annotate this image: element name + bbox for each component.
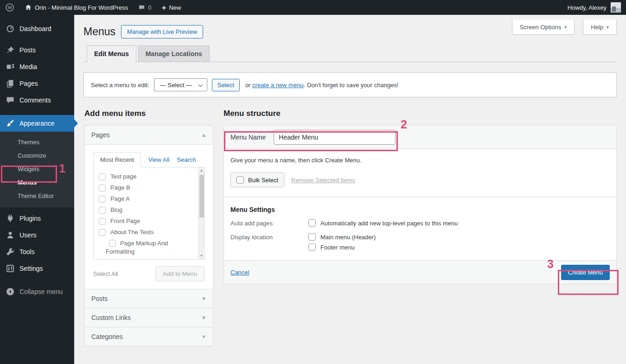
wrench-icon (6, 247, 15, 256)
custom-links-panel-header[interactable]: Custom Links ▼ (85, 308, 213, 327)
page-checkbox-item[interactable]: Front Page (94, 216, 204, 227)
checkbox[interactable] (99, 196, 106, 203)
manage-live-preview-button[interactable]: Manage with Live Preview (121, 25, 203, 38)
sidebar-item-media[interactable]: Media (0, 58, 74, 75)
admin-bar: W Orin - Minimal Blog For WordPress 0 + … (0, 0, 626, 15)
tab-manage-locations[interactable]: Manage Locations (138, 45, 210, 62)
collapse-menu-button[interactable]: Collapse menu (0, 283, 74, 300)
posts-panel-header[interactable]: Posts ▼ (85, 289, 213, 308)
cancel-link[interactable]: Cancel (230, 269, 249, 276)
submenu-item-themes[interactable]: Themes (0, 135, 74, 149)
comments-icon (6, 96, 15, 105)
chevron-down-icon: ▾ (564, 25, 567, 30)
page-checkbox-item[interactable]: Test page (94, 171, 204, 182)
site-name: Orin - Minimal Blog For WordPress (35, 4, 128, 11)
submenu-item-theme-editor[interactable]: Theme Editor (0, 189, 74, 203)
main-menu-checkbox[interactable] (308, 233, 316, 241)
chevron-down-icon: ▾ (607, 25, 609, 30)
paintbrush-icon (6, 119, 15, 128)
auto-add-pages-option[interactable]: Automatically add new top-level pages to… (308, 219, 458, 227)
create-new-menu-link[interactable]: create a new menu (252, 82, 304, 89)
svg-text:W: W (8, 5, 12, 10)
site-link[interactable]: Orin - Minimal Blog For WordPress (19, 0, 133, 15)
create-menu-button[interactable]: Create Menu (561, 265, 610, 280)
settings-icon (6, 264, 15, 273)
admin-sidebar: Dashboard Posts Media Pages Comments App… (0, 15, 74, 364)
auto-add-pages-label: Auto add pages (230, 219, 308, 227)
submenu-item-widgets[interactable]: Widgets (0, 162, 74, 176)
plugins-icon (6, 214, 15, 223)
page-checkbox-item-nested[interactable]: Page Markup And Formatting (94, 238, 204, 257)
menu-select-dropdown[interactable]: — Select — (154, 78, 207, 91)
categories-panel-header[interactable]: Categories ▼ (85, 327, 213, 346)
select-all-link[interactable]: Select All (93, 270, 118, 277)
select-button[interactable]: Select (212, 79, 240, 91)
pages-icon (6, 79, 15, 88)
page-checkbox-item[interactable]: Blog (94, 204, 204, 216)
chevron-up-icon: ▲ (201, 132, 206, 138)
avatar[interactable] (610, 2, 621, 13)
display-location-main-menu[interactable]: Main menu (Header) (308, 233, 376, 241)
sidebar-item-dashboard[interactable]: Dashboard (0, 20, 74, 37)
page-checkbox-item[interactable]: Page B (94, 182, 204, 193)
menu-name-label: Menu Name (230, 134, 266, 141)
submenu-item-customize[interactable]: Customize (0, 149, 74, 162)
tab-view-all[interactable]: View All (148, 156, 169, 163)
tab-search[interactable]: Search (177, 156, 196, 163)
checkbox[interactable] (99, 173, 106, 180)
chevron-down-icon: ▼ (201, 296, 206, 301)
sidebar-item-settings[interactable]: Settings (0, 260, 74, 277)
sidebar-item-tools[interactable]: Tools (0, 243, 74, 260)
checkbox[interactable] (99, 218, 106, 225)
display-location-footer-menu[interactable]: Footer menu (308, 243, 376, 251)
checkbox[interactable] (99, 229, 106, 236)
bulk-select-toggle[interactable]: Bulk Select (230, 172, 284, 187)
sidebar-item-plugins[interactable]: Plugins (0, 210, 74, 227)
bulk-select-checkbox[interactable] (236, 176, 244, 184)
select-menu-label: Select a menu to edit: (91, 82, 149, 89)
menu-name-row: Menu Name (224, 126, 616, 149)
pin-icon (6, 45, 15, 55)
scroll-down-icon[interactable]: ▼ (198, 253, 204, 259)
sidebar-item-appearance[interactable]: Appearance (0, 115, 74, 132)
sidebar-item-users[interactable]: Users (0, 227, 74, 243)
select-menu-bar: Select a menu to edit: — Select — Select… (83, 72, 617, 97)
scrollbar-thumb[interactable] (199, 175, 204, 217)
display-location-label: Display location (230, 233, 308, 241)
page-checkbox-item[interactable]: Page A (94, 193, 204, 204)
sidebar-item-comments[interactable]: Comments (0, 92, 74, 109)
divider (224, 197, 616, 197)
wordpress-logo-icon[interactable]: W (0, 0, 19, 15)
scroll-up-icon[interactable]: ▲ (198, 167, 204, 174)
auto-add-pages-checkbox[interactable] (308, 219, 316, 227)
structure-card-footer: Cancel Create Menu (224, 260, 616, 284)
footer-menu-checkbox[interactable] (308, 243, 316, 251)
checkbox[interactable] (109, 240, 116, 247)
menu-name-input[interactable] (274, 130, 396, 145)
menu-structure-heading: Menu structure (224, 109, 617, 118)
new-button[interactable]: + New (157, 0, 186, 15)
or-create-text: or create a new menu. Don't forget to sa… (245, 82, 399, 89)
plus-icon: + (162, 4, 166, 12)
checkbox[interactable] (99, 185, 106, 192)
page-title: Menus (83, 26, 115, 38)
comments-indicator[interactable]: 0 (133, 0, 156, 15)
main-content: Screen Options ▾ Help ▾ Menus Manage wit… (74, 15, 626, 364)
tab-most-recent[interactable]: Most Recent (93, 152, 141, 167)
user-icon (6, 230, 15, 240)
sidebar-item-pages[interactable]: Pages (0, 75, 74, 92)
tab-edit-menus[interactable]: Edit Menus (87, 45, 136, 62)
checkbox[interactable] (99, 207, 106, 214)
list-scrollbar[interactable]: ▲ ▼ (198, 167, 204, 259)
chevron-down-icon (198, 83, 203, 87)
sidebar-item-posts[interactable]: Posts (0, 42, 74, 58)
add-to-menu-button[interactable]: Add to Menu (155, 266, 204, 281)
remove-selected-items-link[interactable]: Remove Selected Items (291, 177, 355, 184)
pages-panel-header[interactable]: Pages ▲ (85, 126, 213, 144)
screen-options-button[interactable]: Screen Options ▾ (512, 20, 575, 35)
page-checkbox-item[interactable]: About The Tests (94, 227, 204, 238)
help-button[interactable]: Help ▾ (583, 20, 617, 35)
submenu-item-menus[interactable]: Menus (0, 176, 74, 189)
home-icon (25, 4, 32, 11)
howdy-user[interactable]: Howdy, Alexey (568, 4, 607, 11)
